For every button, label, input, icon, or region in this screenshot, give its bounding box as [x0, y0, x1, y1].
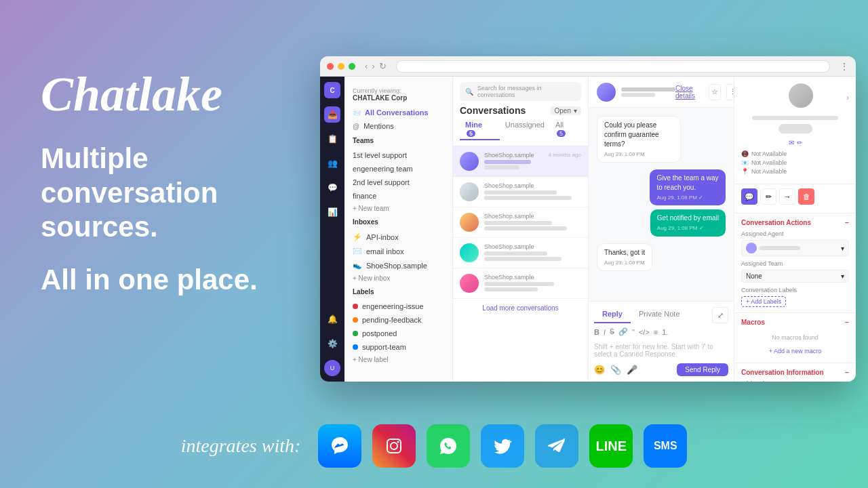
bold-button[interactable]: B: [594, 328, 599, 336]
refresh-button[interactable]: ↻: [379, 61, 387, 71]
copy-email-button[interactable]: ✉: [789, 139, 794, 146]
reply-bottom: 😊 📎 🎤 Send Reply: [594, 363, 728, 376]
inbox-shoeshop[interactable]: 👟 ShoeShop.sample: [344, 258, 452, 272]
close-details-button[interactable]: Close details: [675, 85, 703, 100]
expand-editor-button[interactable]: ⤢: [712, 307, 728, 323]
collapse-macros-button[interactable]: −: [845, 319, 849, 326]
code-button[interactable]: </>: [639, 328, 650, 336]
team-2nd-level[interactable]: 2nd level support: [344, 176, 452, 189]
inbox-email[interactable]: ✉️ email inbox: [344, 244, 452, 258]
sms-icon[interactable]: SMS: [644, 424, 687, 468]
team-engineering[interactable]: engeneering team: [344, 162, 452, 176]
open-badge[interactable]: Open ▾: [551, 106, 581, 115]
forward-action-button[interactable]: →: [779, 188, 795, 205]
new-inbox-button[interactable]: + New inbox: [344, 272, 452, 284]
attachment-button[interactable]: 📎: [610, 365, 621, 375]
label-pending[interactable]: pending-feedback: [344, 313, 452, 327]
strikethrough-button[interactable]: S̶: [610, 327, 614, 336]
bookmark-button[interactable]: ☆: [709, 84, 721, 100]
delete-action-button[interactable]: 🗑: [798, 188, 814, 205]
whatsapp-icon[interactable]: [427, 424, 470, 468]
inbox-api[interactable]: ⚡ API-inbox: [344, 230, 452, 244]
list-item[interactable]: ShoeShop.sample 4 months ago: [453, 146, 588, 177]
conversation-info: ShoeShop.sample: [484, 274, 581, 293]
avatar: [460, 274, 479, 293]
brand-section: Chatlake Multiple conversation sources. …: [41, 68, 326, 298]
line-icon[interactable]: LINE: [589, 424, 633, 468]
sidebar-item-contacts[interactable]: 👥: [324, 155, 340, 171]
tab-mine[interactable]: Mine 5: [460, 119, 500, 140]
quote-button[interactable]: ": [632, 328, 635, 336]
reply-action-button[interactable]: 💬: [741, 188, 757, 205]
conversation-info: ShoeShop.sample: [484, 213, 581, 232]
email-inbox-icon: ✉️: [353, 247, 362, 256]
list-button[interactable]: ≡: [654, 328, 658, 336]
chevron-right-icon[interactable]: ›: [846, 93, 849, 102]
collapse-info-button[interactable]: −: [845, 369, 849, 376]
label-dot-engineering: [353, 304, 358, 309]
edit-contact-button[interactable]: ✏: [797, 139, 802, 146]
list-item[interactable]: ShoeShop.sample: [453, 238, 588, 268]
instagram-icon[interactable]: [372, 424, 416, 468]
forward-button[interactable]: ›: [372, 61, 374, 71]
reply-input-area[interactable]: Shift + enter for new line. Start with '…: [594, 340, 728, 361]
list-item[interactable]: ShoeShop.sample: [453, 177, 588, 207]
link-button[interactable]: 🔗: [618, 327, 628, 336]
logo-text: Chatlake: [41, 68, 326, 121]
team-finance[interactable]: finance: [344, 189, 452, 203]
team-1st-level[interactable]: 1st level support: [344, 148, 452, 162]
search-bar[interactable]: 🔍 Search for messages in conversations: [460, 82, 581, 101]
browser-menu-button[interactable]: ⋮: [840, 61, 849, 72]
address-bar[interactable]: [396, 60, 830, 73]
close-window-button[interactable]: [327, 63, 334, 70]
sidebar-item-inbox[interactable]: 📥: [324, 106, 340, 123]
collapse-actions-button[interactable]: −: [845, 219, 849, 226]
maximize-window-button[interactable]: [349, 63, 355, 70]
tab-all[interactable]: All 5: [550, 119, 581, 140]
reply-tab[interactable]: Reply: [594, 307, 631, 323]
list-item[interactable]: ShoeShop.sample: [453, 268, 588, 299]
user-avatar-sidebar[interactable]: U: [324, 360, 340, 376]
contact-avatar: [789, 83, 813, 108]
sidebar-item-analytics[interactable]: 📊: [324, 204, 340, 220]
sidebar-item-reports[interactable]: 📋: [324, 131, 340, 147]
italic-button[interactable]: I: [604, 328, 606, 336]
chevron-down-icon: ▾: [841, 245, 844, 252]
label-postponed[interactable]: postponed: [344, 327, 452, 340]
all-conversations-item[interactable]: 📨 All Conversations: [344, 106, 452, 119]
label-dot-pending: [353, 317, 358, 323]
email-icon: 📧: [741, 159, 749, 166]
minimize-window-button[interactable]: [338, 63, 344, 70]
assigned-agent-dropdown[interactable]: ▾: [741, 240, 849, 256]
edit-action-button[interactable]: ✏: [760, 188, 776, 205]
avatar: [460, 243, 479, 262]
send-reply-button[interactable]: Send Reply: [677, 363, 728, 376]
twitter-icon[interactable]: [481, 424, 524, 468]
chevron-down-icon: ▾: [574, 107, 577, 115]
add-labels-button[interactable]: + Add Labels: [741, 296, 786, 307]
inboxes-header: Inboxes: [344, 214, 452, 230]
back-button[interactable]: ‹: [365, 61, 368, 71]
add-macro-button[interactable]: + Add a new macro: [741, 345, 849, 357]
label-support[interactable]: support-team: [344, 340, 452, 354]
emoji-button[interactable]: 😊: [594, 365, 605, 375]
private-note-tab[interactable]: Private Note: [631, 307, 688, 323]
new-team-button[interactable]: + New team: [344, 203, 452, 214]
load-more-button[interactable]: Load more conversations: [453, 299, 588, 317]
list-item[interactable]: ShoeShop.sample: [453, 207, 588, 238]
reply-area: Reply Private Note ⤢ B I S̶ 🔗 " </> ≡ 1.…: [589, 301, 734, 382]
messenger-icon[interactable]: [318, 424, 361, 468]
tab-unassigned[interactable]: Unassigned: [500, 119, 550, 140]
api-inbox-icon: ⚡: [353, 232, 362, 241]
label-engineering[interactable]: engeneering-issue: [344, 300, 452, 313]
assigned-team-dropdown[interactable]: None ▾: [741, 270, 849, 283]
sidebar-item-notifications[interactable]: 🔔: [324, 311, 340, 327]
mentions-item[interactable]: @ Mentions: [344, 119, 452, 133]
telegram-icon[interactable]: [535, 424, 578, 468]
sidebar-item-settings[interactable]: ⚙️: [324, 336, 340, 352]
ordered-list-button[interactable]: 1.: [662, 328, 668, 336]
audio-button[interactable]: 🎤: [627, 365, 637, 375]
chat-header: Close details ☆ ⋮ ✓ Resolve: [589, 77, 734, 108]
sidebar-item-conversations[interactable]: 💬: [324, 180, 340, 196]
new-label-button[interactable]: + New label: [344, 354, 452, 365]
